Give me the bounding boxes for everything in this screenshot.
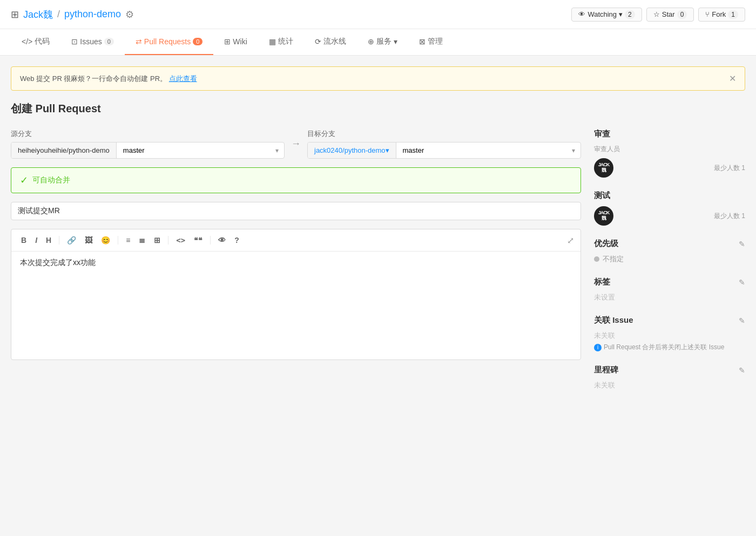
- tab-issues[interactable]: ⊡ Issues 0: [60, 29, 125, 55]
- tab-code[interactable]: </> 代码: [11, 29, 60, 55]
- target-branch-select[interactable]: master: [396, 143, 461, 158]
- review-section-header: 审查: [594, 129, 745, 139]
- header-actions: 👁 Watching ▾ 2 ☆ Star 0 ⑂ Fork 1: [571, 8, 745, 22]
- milestone-header: 里程碑 ✎: [594, 365, 745, 375]
- test-section: 测试 JACK 魏 最少人数 1: [594, 191, 745, 226]
- reviewer-avatar: JACK 魏: [594, 158, 613, 178]
- tab-pr-label: Pull Requests: [144, 37, 191, 46]
- emoji-button[interactable]: 😊: [98, 234, 113, 247]
- repo-owner-link[interactable]: Jack魏: [23, 8, 53, 21]
- labels-edit-icon[interactable]: ✎: [739, 278, 745, 287]
- test-reviewer-avatar: JACK 魏: [594, 206, 613, 226]
- target-branch-selector: jack0240/python-demo▾ master: [307, 142, 581, 159]
- labels-value: 未设置: [594, 293, 745, 302]
- stats-icon: ▦: [269, 37, 276, 46]
- unordered-list-button[interactable]: ≡: [123, 234, 133, 247]
- pr-form-main: 源分支 heiheiyouheihie/python-demo master →…: [11, 129, 581, 360]
- fork-label: Fork: [712, 10, 726, 18]
- tab-pipeline[interactable]: ⟳ 流水线: [304, 29, 357, 55]
- milestone-edit-icon[interactable]: ✎: [739, 366, 745, 375]
- target-branch-select-wrapper: master: [396, 143, 580, 158]
- source-branch-select-wrapper: master: [117, 143, 284, 158]
- priority-dot: [594, 256, 599, 262]
- banner-link[interactable]: 点此查看: [169, 74, 197, 83]
- tab-wiki-label: Wiki: [233, 37, 247, 46]
- reviewer-item: JACK 魏 最少人数 1: [594, 158, 745, 178]
- editor-container: B I H 🔗 🖼 😊 ≡ ≣ ⊞ <> ❝❝ 👁 ?: [11, 229, 581, 360]
- code-button[interactable]: <>: [173, 234, 188, 247]
- star-icon: ☆: [653, 10, 660, 18]
- fork-count: 1: [728, 10, 738, 19]
- source-branch-label: 源分支: [11, 129, 285, 139]
- tab-stats-label: 统计: [278, 37, 293, 46]
- pr-title-input[interactable]: [11, 202, 581, 220]
- milestone-section: 里程碑 ✎ 未关联: [594, 365, 745, 390]
- settings-icon[interactable]: ⚙: [125, 9, 134, 21]
- checkmark-icon: ✓: [20, 174, 28, 186]
- labels-title: 标签: [594, 277, 610, 287]
- issues-icon: ⊡: [71, 37, 78, 46]
- priority-edit-icon[interactable]: ✎: [739, 240, 745, 248]
- nav-tabs: </> 代码 ⊡ Issues 0 ⇄ Pull Requests 0 ⊞ Wi…: [0, 29, 756, 56]
- fork-button[interactable]: ⑂ Fork 1: [698, 8, 745, 22]
- milestone-title: 里程碑: [594, 365, 618, 375]
- banner-text: Web 提交 PR 很麻烦？一行命令自动创建 PR。 点此查看: [20, 74, 197, 84]
- pr-sidebar: 审查 审查人员 JACK 魏 最少人数 1 测试: [594, 129, 745, 403]
- wiki-icon: ⊞: [224, 37, 231, 46]
- toolbar-sep-3: [168, 236, 168, 245]
- review-section-title: 审查: [594, 129, 610, 139]
- top-header: ⊞ Jack魏 / python-demo ⚙ 👁 Watching ▾ 2 ☆…: [0, 0, 756, 29]
- labels-section-header: 标签 ✎: [594, 277, 745, 287]
- linked-issue-value: 未关联: [594, 331, 745, 341]
- page-title: 创建 Pull Request: [11, 101, 745, 116]
- test-section-header: 测试: [594, 191, 745, 201]
- tab-pull-requests[interactable]: ⇄ Pull Requests 0: [125, 29, 214, 55]
- pipeline-icon: ⟳: [315, 37, 321, 46]
- code-icon: </>: [22, 37, 32, 46]
- branch-arrow-icon: →: [291, 138, 301, 150]
- auto-merge-text: 可自动合并: [32, 175, 70, 185]
- source-branch-select[interactable]: master: [117, 143, 181, 158]
- link-button[interactable]: 🔗: [64, 234, 79, 247]
- manage-icon: ⊠: [419, 37, 426, 46]
- table-button[interactable]: ⊞: [151, 234, 164, 247]
- tab-stats[interactable]: ▦ 统计: [258, 29, 304, 55]
- ordered-list-button[interactable]: ≣: [136, 234, 148, 247]
- source-branch-selector: heiheiyouheihie/python-demo master: [11, 142, 285, 159]
- help-button[interactable]: ?: [231, 234, 242, 247]
- tab-wiki[interactable]: ⊞ Wiki: [213, 29, 258, 55]
- linked-issue-edit-icon[interactable]: ✎: [739, 316, 745, 325]
- services-icon: ⊕: [368, 37, 374, 46]
- repo-title: ⊞ Jack魏 / python-demo ⚙: [11, 8, 134, 21]
- toolbar-sep-1: [59, 236, 59, 245]
- tab-services[interactable]: ⊕ 服务 ▾: [357, 29, 408, 55]
- italic-button[interactable]: I: [32, 234, 40, 247]
- bold-button[interactable]: B: [18, 234, 30, 247]
- priority-value: 不指定: [603, 254, 624, 264]
- tab-pipeline-label: 流水线: [323, 37, 346, 46]
- tab-issues-label: Issues: [80, 37, 102, 46]
- quote-button[interactable]: ❝❝: [191, 234, 206, 247]
- heading-button[interactable]: H: [43, 234, 55, 247]
- pr-icon: ⇄: [136, 37, 142, 46]
- notice-banner: Web 提交 PR 很麻烦？一行命令自动创建 PR。 点此查看 ✕: [11, 66, 745, 91]
- banner-close-icon[interactable]: ✕: [729, 73, 736, 84]
- linked-issue-header: 关联 Issue ✎: [594, 315, 745, 325]
- priority-section: 优先级 ✎ 不指定: [594, 239, 745, 264]
- tab-manage[interactable]: ⊠ 管理: [408, 29, 454, 55]
- preview-button[interactable]: 👁: [215, 234, 229, 247]
- pr-form-layout: 源分支 heiheiyouheihie/python-demo master →…: [11, 129, 745, 403]
- star-button[interactable]: ☆ Star 0: [646, 8, 694, 22]
- linked-issue-section: 关联 Issue ✎ 未关联 i Pull Request 合并后将关闭上述关联…: [594, 315, 745, 352]
- repo-box-icon: ⊞: [11, 9, 19, 21]
- editor-body[interactable]: 本次提交完成了xx功能: [11, 252, 580, 359]
- auto-merge-status: ✓ 可自动合并: [11, 167, 581, 193]
- source-branch-group: 源分支 heiheiyouheihie/python-demo master: [11, 129, 285, 159]
- repo-name-link[interactable]: python-demo: [64, 9, 121, 20]
- image-button[interactable]: 🖼: [82, 234, 96, 247]
- editor-expand-icon[interactable]: ⤢: [567, 235, 574, 246]
- review-min-count: 最少人数 1: [714, 164, 745, 173]
- main-content: Web 提交 PR 很麻烦？一行命令自动创建 PR。 点此查看 ✕ 创建 Pul…: [0, 56, 756, 414]
- watch-button[interactable]: 👁 Watching ▾ 2: [571, 8, 642, 22]
- eye-icon: 👁: [578, 10, 585, 18]
